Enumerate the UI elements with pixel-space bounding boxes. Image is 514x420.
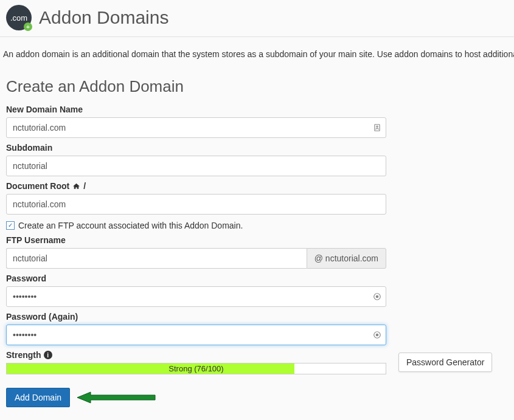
plus-badge-icon: +: [24, 22, 32, 31]
ftp-username-label: FTP Username: [6, 235, 508, 245]
password-label: Password: [6, 274, 508, 283]
svg-point-3: [376, 295, 378, 298]
new-domain-input[interactable]: [6, 117, 386, 138]
section-title: Create an Addon Domain: [0, 59, 514, 100]
strength-meter: Strong (76/100): [6, 363, 386, 374]
reveal-password-icon[interactable]: [373, 292, 381, 301]
password-generator-button[interactable]: Password Generator: [398, 353, 492, 372]
contact-card-icon: [373, 123, 381, 132]
pointer-arrow-icon: [77, 391, 156, 404]
reveal-password-again-icon[interactable]: [373, 331, 381, 339]
doc-root-label: Document Root: [6, 181, 69, 191]
svg-marker-6: [77, 392, 155, 403]
home-icon: [72, 182, 81, 190]
subdomain-label: Subdomain: [6, 143, 508, 153]
password-again-label: Password (Again): [6, 312, 508, 322]
addon-domains-icon: .com +: [6, 5, 32, 30]
svg-point-1: [377, 126, 378, 127]
create-ftp-checkbox[interactable]: ✓: [6, 221, 15, 230]
svg-point-5: [376, 334, 378, 336]
add-domain-button[interactable]: Add Domain: [6, 388, 70, 407]
ftp-username-input[interactable]: [6, 248, 307, 269]
icon-text: .com: [10, 13, 27, 22]
page-description: An addon domain is an additional domain …: [0, 37, 514, 59]
strength-text: Strong (76/100): [7, 363, 386, 374]
create-ftp-label: Create an FTP account associated with th…: [18, 221, 243, 230]
doc-root-input[interactable]: [6, 194, 386, 215]
info-icon[interactable]: i: [44, 351, 52, 359]
ftp-username-suffix: @ nctutorial.com: [307, 248, 386, 269]
new-domain-label: New Domain Name: [6, 105, 508, 114]
strength-label: Strength: [6, 350, 41, 360]
subdomain-input[interactable]: [6, 156, 386, 176]
password-input[interactable]: [6, 286, 386, 307]
doc-root-suffix: /: [83, 181, 86, 191]
password-again-input[interactable]: [6, 325, 386, 345]
page-title: Addon Domains: [39, 7, 168, 28]
